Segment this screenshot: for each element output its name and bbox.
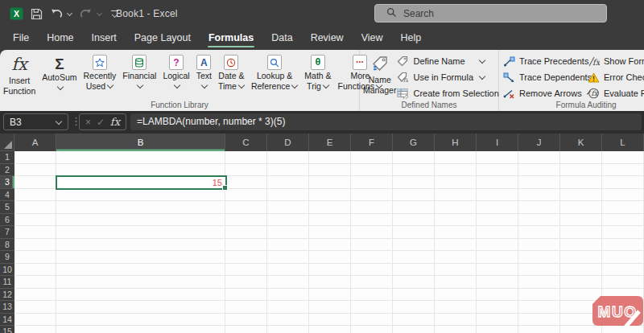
cell-D14[interactable] <box>267 314 309 327</box>
cell-A5[interactable] <box>14 201 56 214</box>
use-in-formula-button[interactable]: fx Use in Formula <box>396 69 498 85</box>
cell-J7[interactable] <box>518 226 560 239</box>
cell-D5[interactable] <box>267 201 309 214</box>
cell-C14[interactable] <box>225 314 267 327</box>
redo-dropdown-chevron[interactable] <box>97 10 102 15</box>
cell-D4[interactable] <box>267 189 309 202</box>
cell-D13[interactable] <box>267 301 309 314</box>
cell-G2[interactable] <box>393 164 435 177</box>
cell-G6[interactable] <box>393 214 435 227</box>
cell-K4[interactable] <box>560 189 602 202</box>
cell-E4[interactable] <box>309 189 351 202</box>
cell-I8[interactable] <box>477 239 518 252</box>
cell-L2[interactable] <box>602 164 644 177</box>
cell-F2[interactable] <box>351 164 393 177</box>
select-all-corner[interactable] <box>0 134 14 151</box>
cell-K9[interactable] <box>560 251 602 264</box>
cell-E3[interactable] <box>309 176 351 189</box>
cell-I10[interactable] <box>477 264 518 277</box>
cell-G5[interactable] <box>393 201 435 214</box>
cell-B12[interactable] <box>56 289 225 302</box>
cell-A15[interactable] <box>14 326 56 333</box>
row-header-10[interactable]: 10 <box>0 264 14 277</box>
cell-I1[interactable] <box>477 151 518 164</box>
cell-J15[interactable] <box>518 326 560 333</box>
cell-G3[interactable] <box>393 176 435 189</box>
cell-L11[interactable] <box>602 276 644 289</box>
cell-A12[interactable] <box>14 289 56 302</box>
row-header-11[interactable]: 11 <box>0 276 14 289</box>
cell-C4[interactable] <box>225 189 267 202</box>
column-header-H[interactable]: H <box>435 134 477 151</box>
save-icon[interactable] <box>31 8 43 20</box>
cell-B6[interactable] <box>56 214 225 227</box>
cell-H12[interactable] <box>435 289 477 302</box>
cell-K6[interactable] <box>560 214 602 227</box>
cell-E13[interactable] <box>309 301 351 314</box>
cell-D15[interactable] <box>267 326 309 333</box>
cell-E14[interactable] <box>309 314 351 327</box>
tab-file[interactable]: File <box>4 27 38 50</box>
cell-L6[interactable] <box>602 214 644 227</box>
cell-G4[interactable] <box>393 189 435 202</box>
cell-I5[interactable] <box>477 201 518 214</box>
cell-J12[interactable] <box>518 289 560 302</box>
active-cell[interactable]: 15 <box>56 175 227 190</box>
cell-H6[interactable] <box>435 214 477 227</box>
cell-L10[interactable] <box>602 264 644 277</box>
cell-C2[interactable] <box>225 164 267 177</box>
cell-B1[interactable] <box>56 151 225 164</box>
cell-D3[interactable] <box>267 176 309 189</box>
cell-B7[interactable] <box>56 226 225 239</box>
cell-G14[interactable] <box>393 314 435 327</box>
row-header-6[interactable]: 6 <box>0 214 14 227</box>
cell-J3[interactable] <box>518 176 560 189</box>
tab-data[interactable]: Data <box>262 27 301 50</box>
cell-B15[interactable] <box>56 326 225 333</box>
column-header-C[interactable]: C <box>225 134 267 151</box>
cell-A2[interactable] <box>14 164 56 177</box>
cell-F1[interactable] <box>351 151 393 164</box>
row-header-2[interactable]: 2 <box>0 164 14 177</box>
tab-insert[interactable]: Insert <box>83 27 126 50</box>
cell-E8[interactable] <box>309 239 351 252</box>
cell-B2[interactable] <box>56 164 225 177</box>
show-formulas-button[interactable]: fx Show Formulas <box>587 53 644 69</box>
column-header-F[interactable]: F <box>351 134 393 151</box>
column-header-D[interactable]: D <box>267 134 309 151</box>
cell-H11[interactable] <box>435 276 477 289</box>
row-header-8[interactable]: 8 <box>0 239 14 252</box>
row-header-3[interactable]: 3 <box>0 176 14 189</box>
row-header-12[interactable]: 12 <box>0 289 14 302</box>
cell-B14[interactable] <box>56 314 225 327</box>
column-header-A[interactable]: A <box>14 134 56 151</box>
cell-J1[interactable] <box>518 151 560 164</box>
cell-E5[interactable] <box>309 201 351 214</box>
insert-function-icon[interactable]: fx <box>110 116 120 128</box>
trace-precedents-button[interactable]: Trace Precedents <box>503 53 580 69</box>
cell-A14[interactable] <box>14 314 56 327</box>
enter-icon[interactable]: ✓ <box>97 117 105 127</box>
create-from-selection-button[interactable]: Create from Selection <box>396 85 498 101</box>
cell-F3[interactable] <box>351 176 393 189</box>
cell-C3[interactable] <box>225 176 267 189</box>
cell-G9[interactable] <box>393 251 435 264</box>
cell-J6[interactable] <box>518 214 560 227</box>
cell-L1[interactable] <box>602 151 644 164</box>
cell-K7[interactable] <box>560 226 602 239</box>
cell-C5[interactable] <box>225 201 267 214</box>
autosum-button[interactable]: Σ AutoSum <box>39 53 80 93</box>
search-input[interactable]: Search <box>374 4 607 23</box>
cell-D10[interactable] <box>267 264 309 277</box>
cell-A8[interactable] <box>14 239 56 252</box>
cell-G8[interactable] <box>393 239 435 252</box>
cell-D2[interactable] <box>267 164 309 177</box>
cell-C12[interactable] <box>225 289 267 302</box>
cell-C1[interactable] <box>225 151 267 164</box>
cell-L9[interactable] <box>602 251 644 264</box>
tab-view[interactable]: View <box>353 27 392 50</box>
cell-G11[interactable] <box>393 276 435 289</box>
cell-B11[interactable] <box>56 276 225 289</box>
cell-A6[interactable] <box>14 214 56 227</box>
cell-I13[interactable] <box>477 301 518 314</box>
